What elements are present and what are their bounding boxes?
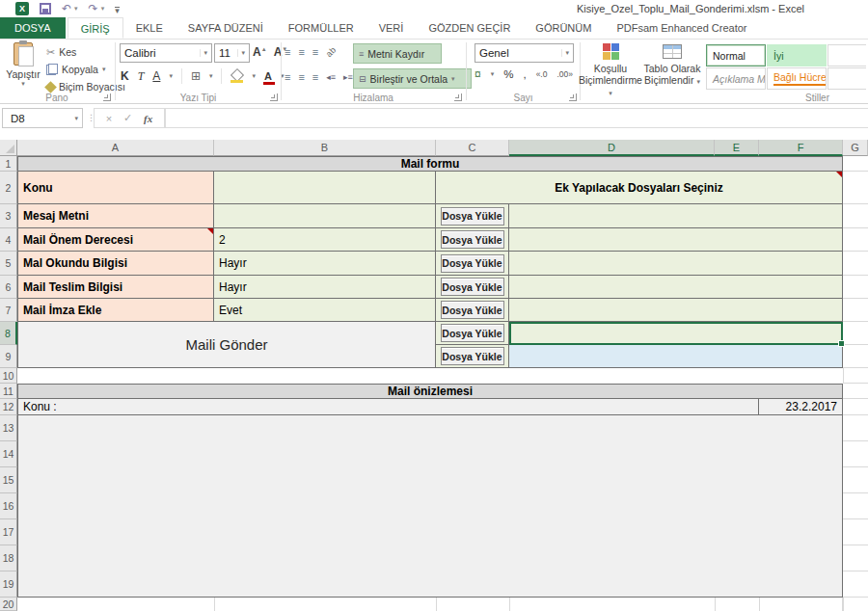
cell-d8-selected[interactable] <box>509 322 843 345</box>
paste-dropdown-icon[interactable]: ▾ <box>21 80 25 88</box>
cell-d9[interactable] <box>509 345 843 368</box>
cell-g14[interactable] <box>843 441 868 467</box>
row-header-18[interactable]: 18 <box>0 545 17 571</box>
align-center-icon[interactable]: ≡ <box>298 71 304 83</box>
upload-file-button[interactable]: Dosya Yükle <box>441 230 504 249</box>
tab-data[interactable]: VERİ <box>366 17 417 39</box>
tab-file[interactable]: DOSYA <box>0 17 66 39</box>
increase-indent-icon[interactable]: ▸≡ <box>343 72 353 82</box>
row-header-10[interactable]: 10 <box>0 368 17 384</box>
tab-formulas[interactable]: FORMÜLLER <box>276 17 366 39</box>
align-bottom-icon[interactable]: ≡ <box>312 46 318 58</box>
cell-g6[interactable] <box>843 276 868 299</box>
name-box[interactable]: D8▾ <box>2 108 83 128</box>
row-header-16[interactable]: 16 <box>0 493 17 519</box>
cell-g4[interactable] <box>843 228 868 252</box>
align-middle-icon[interactable]: ≡ <box>298 46 304 58</box>
cell-g1[interactable] <box>843 156 868 172</box>
formula-input[interactable] <box>165 108 868 128</box>
row-header-11[interactable]: 11 <box>0 384 17 399</box>
tab-page-layout[interactable]: SAYFA DÜZENİ <box>176 17 276 39</box>
cell-g2[interactable] <box>843 172 868 204</box>
cell-g12[interactable] <box>843 399 868 415</box>
accounting-format-icon[interactable]: ¤ <box>475 67 481 81</box>
align-right-icon[interactable]: ≡ <box>312 71 318 83</box>
cell-value-konu[interactable] <box>214 172 436 204</box>
accounting-dropdown-icon[interactable]: ▾ <box>491 70 495 78</box>
column-header-g[interactable]: G <box>843 140 868 156</box>
underline-dropdown-icon[interactable]: ▾ <box>169 72 173 80</box>
cell-value-teslim-bilgisi[interactable]: Hayır <box>214 276 436 299</box>
cell-g18[interactable] <box>843 545 868 571</box>
cell-g9[interactable] <box>843 345 868 368</box>
cell-value-onem-derecesi[interactable]: 2 <box>214 228 436 252</box>
cell-attach-slot-5[interactable] <box>509 299 843 322</box>
decrease-decimal-icon[interactable]: .00» <box>556 69 573 79</box>
undo-button[interactable]: ↶ <box>62 2 71 15</box>
row-header-2[interactable]: 2 <box>0 172 17 204</box>
upload-file-button[interactable]: Dosya Yükle <box>441 278 504 296</box>
cell-attach-slot-4[interactable] <box>509 276 843 299</box>
cell-value-okundu-bilgisi[interactable]: Hayır <box>214 252 436 276</box>
customize-qat-icon[interactable]: ▾ <box>115 7 120 14</box>
font-size-combo[interactable]: 11▾ <box>214 43 250 63</box>
format-as-table-button[interactable]: Tablo Olarak Biçimlendir ▾ <box>642 41 702 101</box>
style-partial[interactable] <box>827 67 866 90</box>
redo-button[interactable]: ↷ <box>89 2 98 15</box>
row-header-7[interactable]: 7 <box>0 299 17 322</box>
save-icon[interactable] <box>40 3 51 14</box>
style-normal[interactable]: Normal <box>706 44 766 66</box>
cell-attach-header[interactable]: Ek Yapılacak Dosyaları Seçiniz <box>436 172 843 204</box>
tab-pdfsam-addin[interactable]: PDFsam Enhanced Creator <box>604 17 759 39</box>
column-header-d[interactable]: D <box>509 140 715 156</box>
font-name-combo[interactable]: Calibri▾ <box>120 43 212 63</box>
merge-center-button[interactable]: ⊟ Birleştir ve Ortala ▾ <box>353 68 472 89</box>
cell-g15[interactable] <box>843 467 868 493</box>
enter-icon[interactable]: ✓ <box>123 112 132 124</box>
cell-label-teslim-bilgisi[interactable]: Mail Teslim Bilgisi <box>17 276 214 299</box>
cell-label-onem-derecesi[interactable]: Mail Önem Derecesi <box>17 228 214 252</box>
cell-g20[interactable] <box>843 598 868 611</box>
cell-g10[interactable] <box>843 368 868 384</box>
tab-review[interactable]: GÖZDEN GEÇİR <box>416 17 523 39</box>
font-color-icon[interactable]: A <box>264 71 272 81</box>
style-partial[interactable] <box>827 44 866 66</box>
upload-file-button[interactable]: Dosya Yükle <box>441 301 504 319</box>
cut-button[interactable]: ✂Kes <box>46 43 125 61</box>
cell-preview-date[interactable]: 23.2.2017 <box>759 399 843 415</box>
orientation-icon[interactable]: ab <box>324 45 338 59</box>
row-header-15[interactable]: 15 <box>0 467 17 493</box>
cell-value-imza-ekle[interactable]: Evet <box>214 299 436 322</box>
cell-g7[interactable] <box>843 299 868 322</box>
cell-attach-slot-3[interactable] <box>509 252 843 276</box>
cell-g17[interactable] <box>843 519 868 545</box>
percent-style-button[interactable]: % <box>503 68 513 80</box>
row-header-4[interactable]: 4 <box>0 228 17 252</box>
cell-g3[interactable] <box>843 204 868 228</box>
cell-preview-title[interactable]: Mail önizlemesi <box>17 384 843 399</box>
row-header-5[interactable]: 5 <box>0 252 17 276</box>
align-top-icon[interactable]: ≡ <box>285 46 290 58</box>
cell-g11[interactable] <box>843 384 868 399</box>
number-dialog-launcher-icon[interactable] <box>569 93 577 101</box>
borders-button[interactable]: ⊞ <box>191 69 201 83</box>
style-linked-cell[interactable]: Bağlı Hücre <box>767 67 827 90</box>
column-header-b[interactable]: B <box>214 140 436 156</box>
grow-font-button[interactable]: A▲ <box>253 45 267 59</box>
cell-label-okundu-bilgisi[interactable]: Mal Okundu Bilgisi <box>17 252 214 276</box>
tab-home[interactable]: GİRİŞ <box>68 17 123 39</box>
row-header-8[interactable]: 8 <box>0 322 17 345</box>
cell-g16[interactable] <box>843 493 868 519</box>
underline-button[interactable]: A <box>152 69 160 83</box>
fill-color-dropdown-icon[interactable]: ▾ <box>252 72 256 80</box>
send-mail-button[interactable]: Maili Gönder <box>17 322 436 368</box>
row-header-12[interactable]: 12 <box>0 399 17 415</box>
redo-dropdown-icon[interactable]: ▾ <box>101 5 105 13</box>
decrease-indent-icon[interactable]: ◂≡ <box>326 72 336 82</box>
borders-dropdown-icon[interactable]: ▾ <box>209 72 213 80</box>
paste-button[interactable]: Yapıştır ▾ <box>2 41 44 99</box>
select-all-corner[interactable] <box>0 140 17 156</box>
number-format-combo[interactable]: Genel▾ <box>475 43 574 63</box>
conditional-formatting-button[interactable]: Koşullu Biçimlendirme ▾ <box>581 41 640 101</box>
bold-button[interactable]: K <box>121 69 129 83</box>
